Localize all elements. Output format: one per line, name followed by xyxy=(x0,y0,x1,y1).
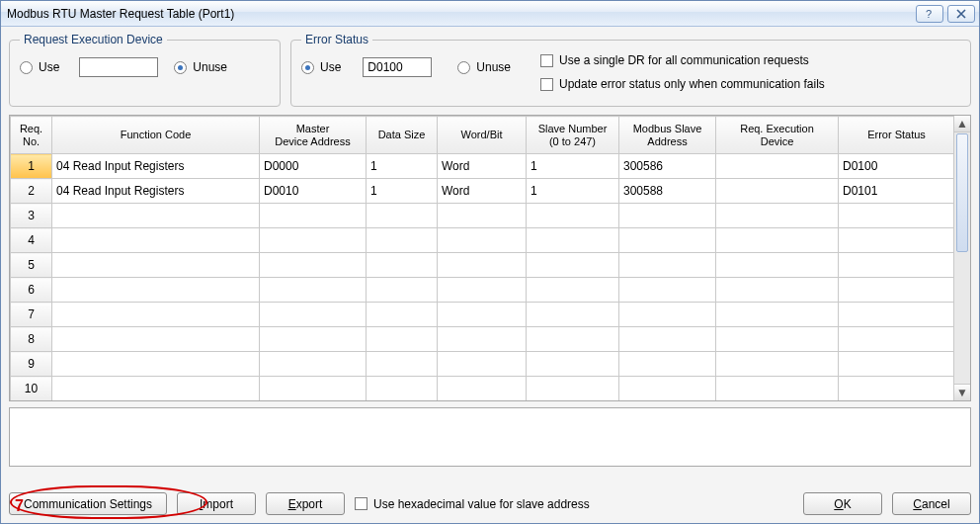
error-unuse-radio[interactable] xyxy=(457,61,470,74)
table-row[interactable]: 10 xyxy=(11,377,954,401)
table-cell[interactable] xyxy=(619,327,716,352)
table-row[interactable]: 8 xyxy=(11,327,954,352)
table-cell[interactable]: 1 xyxy=(367,179,438,204)
table-cell[interactable]: D0101 xyxy=(839,179,954,204)
vertical-scrollbar[interactable]: ▲ ▼ xyxy=(953,116,970,400)
table-cell[interactable]: 3 xyxy=(11,204,52,228)
table-cell[interactable]: 1 xyxy=(527,179,619,204)
table-cell[interactable] xyxy=(716,179,839,204)
table-cell[interactable] xyxy=(260,377,367,401)
table-cell[interactable] xyxy=(438,327,527,352)
table-cell[interactable] xyxy=(716,377,839,401)
request-unuse-radio[interactable] xyxy=(174,61,187,74)
scroll-thumb[interactable] xyxy=(956,133,968,252)
table-cell[interactable] xyxy=(839,204,954,228)
table-cell[interactable] xyxy=(619,352,716,377)
table-cell[interactable] xyxy=(438,253,527,278)
table-cell[interactable] xyxy=(619,377,716,401)
th-function-code[interactable]: Function Code xyxy=(52,117,260,154)
table-cell[interactable] xyxy=(839,377,954,401)
th-slave-addr[interactable]: Modbus SlaveAddress xyxy=(619,117,716,154)
table-cell[interactable] xyxy=(438,278,527,303)
table-cell[interactable] xyxy=(716,352,839,377)
table-cell[interactable]: 04 Read Input Registers xyxy=(52,154,260,179)
table-cell[interactable]: 6 xyxy=(11,278,52,303)
table-cell[interactable] xyxy=(839,327,954,352)
table-cell[interactable] xyxy=(260,278,367,303)
table-cell[interactable] xyxy=(716,228,839,253)
table-cell[interactable]: 1 xyxy=(367,154,438,179)
table-cell[interactable] xyxy=(367,303,438,327)
request-device-input[interactable] xyxy=(79,57,158,77)
table-cell[interactable]: 2 xyxy=(11,179,52,204)
table-cell[interactable] xyxy=(367,377,438,401)
th-master-addr[interactable]: MasterDevice Address xyxy=(260,117,367,154)
table-cell[interactable] xyxy=(438,303,527,327)
table-cell[interactable] xyxy=(367,278,438,303)
table-cell[interactable]: 7 xyxy=(11,303,52,327)
table-cell[interactable] xyxy=(619,303,716,327)
th-error-status[interactable]: Error Status xyxy=(839,117,954,154)
table-cell[interactable]: 04 Read Input Registers xyxy=(52,179,260,204)
export-button[interactable]: Export xyxy=(266,492,345,515)
table-row[interactable]: 5 xyxy=(11,253,954,278)
table-cell[interactable] xyxy=(367,253,438,278)
close-button[interactable] xyxy=(947,5,975,23)
table-cell[interactable] xyxy=(260,228,367,253)
table-cell[interactable]: 300588 xyxy=(619,179,716,204)
table-row[interactable]: 7 xyxy=(11,303,954,327)
table-cell[interactable] xyxy=(260,352,367,377)
table-cell[interactable] xyxy=(52,253,260,278)
table-cell[interactable] xyxy=(716,154,839,179)
table-cell[interactable] xyxy=(619,278,716,303)
import-button[interactable]: Import xyxy=(177,492,256,515)
th-data-size[interactable]: Data Size xyxy=(367,117,438,154)
table-cell[interactable] xyxy=(619,253,716,278)
hex-address-checkbox[interactable] xyxy=(355,497,368,510)
table-cell[interactable] xyxy=(716,327,839,352)
help-button[interactable]: ? xyxy=(916,5,943,23)
table-cell[interactable]: 1 xyxy=(11,154,52,179)
table-row[interactable]: 4 xyxy=(11,228,954,253)
table-cell[interactable] xyxy=(527,278,619,303)
table-cell[interactable] xyxy=(716,278,839,303)
table-cell[interactable] xyxy=(52,228,260,253)
table-cell[interactable] xyxy=(527,303,619,327)
table-cell[interactable] xyxy=(839,352,954,377)
table-row[interactable]: 204 Read Input RegistersD00101Word130058… xyxy=(11,179,954,204)
table-row[interactable]: 104 Read Input RegistersD00001Word130058… xyxy=(11,154,954,179)
table-cell[interactable] xyxy=(52,352,260,377)
table-cell[interactable]: 1 xyxy=(527,154,619,179)
table-cell[interactable] xyxy=(260,253,367,278)
error-use-radio[interactable] xyxy=(301,61,314,74)
table-cell[interactable] xyxy=(527,352,619,377)
table-cell[interactable]: D0000 xyxy=(260,154,367,179)
table-cell[interactable] xyxy=(527,377,619,401)
table-cell[interactable] xyxy=(839,278,954,303)
table-cell[interactable]: 8 xyxy=(11,327,52,352)
table-cell[interactable] xyxy=(438,352,527,377)
communication-settings-button[interactable]: Communication Settings xyxy=(9,492,167,515)
table-cell[interactable] xyxy=(52,278,260,303)
scroll-up-icon[interactable]: ▲ xyxy=(954,116,970,132)
request-use-radio[interactable] xyxy=(20,61,33,74)
table-cell[interactable] xyxy=(260,327,367,352)
th-exec-device[interactable]: Req. ExecutionDevice xyxy=(716,117,839,154)
table-cell[interactable] xyxy=(367,327,438,352)
table-cell[interactable] xyxy=(52,204,260,228)
th-word-bit[interactable]: Word/Bit xyxy=(438,117,527,154)
error-device-input[interactable]: D0100 xyxy=(363,57,432,77)
table-cell[interactable] xyxy=(839,228,954,253)
table-cell[interactable] xyxy=(367,352,438,377)
table-row[interactable]: 6 xyxy=(11,278,954,303)
table-row[interactable]: 3 xyxy=(11,204,954,228)
table-cell[interactable] xyxy=(260,303,367,327)
table-cell[interactable]: 300586 xyxy=(619,154,716,179)
table-cell[interactable]: 9 xyxy=(11,352,52,377)
table-cell[interactable] xyxy=(367,228,438,253)
table-cell[interactable] xyxy=(52,377,260,401)
table-cell[interactable] xyxy=(527,327,619,352)
table-cell[interactable] xyxy=(52,303,260,327)
table-cell[interactable]: 10 xyxy=(11,377,52,401)
table-cell[interactable] xyxy=(839,253,954,278)
